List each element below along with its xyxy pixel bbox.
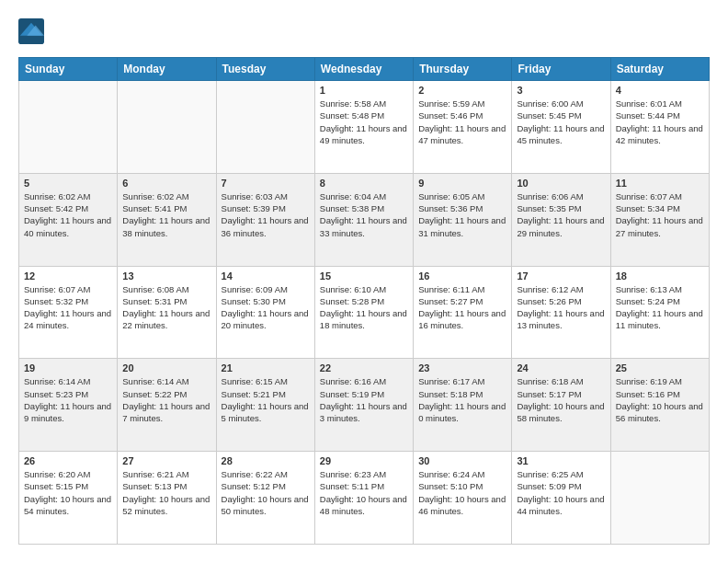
calendar-cell: 11Sunrise: 6:07 AMSunset: 5:34 PMDayligh… xyxy=(610,173,709,266)
daylight-text: Daylight: 11 hours and 45 minutes. xyxy=(517,122,605,147)
calendar-cell: 20Sunrise: 6:14 AMSunset: 5:22 PMDayligh… xyxy=(118,359,216,452)
sunset-text: Sunset: 5:16 PM xyxy=(616,388,704,400)
sunset-text: Sunset: 5:12 PM xyxy=(222,480,310,492)
day-info: Sunrise: 6:10 AMSunset: 5:28 PMDaylight:… xyxy=(320,283,408,332)
sunset-text: Sunset: 5:22 PM xyxy=(122,388,210,400)
logo-icon xyxy=(18,18,44,44)
day-number: 3 xyxy=(517,85,605,96)
daylight-text: Daylight: 10 hours and 48 minutes. xyxy=(320,493,408,518)
day-number: 2 xyxy=(418,85,506,96)
day-info: Sunrise: 6:11 AMSunset: 5:27 PMDaylight:… xyxy=(418,283,506,332)
day-info: Sunrise: 6:20 AMSunset: 5:15 PMDaylight:… xyxy=(24,468,112,517)
sunrise-text: Sunrise: 6:23 AM xyxy=(320,468,408,480)
weekday-header-wednesday: Wednesday xyxy=(314,58,413,81)
sunset-text: Sunset: 5:15 PM xyxy=(24,480,112,492)
sunrise-text: Sunrise: 6:15 AM xyxy=(222,375,310,387)
calendar-cell: 27Sunrise: 6:21 AMSunset: 5:13 PMDayligh… xyxy=(118,452,216,545)
sunset-text: Sunset: 5:32 PM xyxy=(24,295,112,307)
sunrise-text: Sunrise: 6:04 AM xyxy=(320,190,408,202)
calendar-cell: 31Sunrise: 6:25 AMSunset: 5:09 PMDayligh… xyxy=(512,452,610,545)
sunrise-text: Sunrise: 6:19 AM xyxy=(616,375,704,387)
sunset-text: Sunset: 5:28 PM xyxy=(320,295,408,307)
week-row-4: 26Sunrise: 6:20 AMSunset: 5:15 PMDayligh… xyxy=(19,452,710,545)
daylight-text: Daylight: 11 hours and 22 minutes. xyxy=(122,307,210,332)
sunset-text: Sunset: 5:48 PM xyxy=(320,109,408,121)
sunset-text: Sunset: 5:44 PM xyxy=(616,109,704,121)
day-number: 23 xyxy=(418,362,506,373)
sunrise-text: Sunrise: 6:05 AM xyxy=(418,190,506,202)
weekday-header-saturday: Saturday xyxy=(610,58,709,81)
day-number: 28 xyxy=(222,455,310,466)
sunset-text: Sunset: 5:38 PM xyxy=(320,202,408,214)
sunset-text: Sunset: 5:46 PM xyxy=(418,109,506,121)
sunrise-text: Sunrise: 6:22 AM xyxy=(222,468,310,480)
day-info: Sunrise: 6:17 AMSunset: 5:18 PMDaylight:… xyxy=(418,375,506,424)
day-info: Sunrise: 6:04 AMSunset: 5:38 PMDaylight:… xyxy=(320,190,408,239)
daylight-text: Daylight: 10 hours and 44 minutes. xyxy=(517,493,605,518)
day-info: Sunrise: 6:15 AMSunset: 5:21 PMDaylight:… xyxy=(222,375,310,424)
calendar-cell xyxy=(19,81,118,174)
calendar-cell: 29Sunrise: 6:23 AMSunset: 5:11 PMDayligh… xyxy=(314,452,413,545)
day-number: 11 xyxy=(616,178,704,189)
day-info: Sunrise: 6:24 AMSunset: 5:10 PMDaylight:… xyxy=(418,468,506,517)
daylight-text: Daylight: 11 hours and 5 minutes. xyxy=(222,400,310,425)
day-number: 15 xyxy=(320,270,408,282)
sunrise-text: Sunrise: 6:18 AM xyxy=(517,375,605,387)
day-info: Sunrise: 6:16 AMSunset: 5:19 PMDaylight:… xyxy=(320,375,408,424)
weekday-header-row: SundayMondayTuesdayWednesdayThursdayFrid… xyxy=(19,58,710,81)
week-row-1: 5Sunrise: 6:02 AMSunset: 5:42 PMDaylight… xyxy=(19,173,710,266)
calendar-cell: 26Sunrise: 6:20 AMSunset: 5:15 PMDayligh… xyxy=(19,452,118,545)
calendar-cell: 8Sunrise: 6:04 AMSunset: 5:38 PMDaylight… xyxy=(314,173,413,266)
day-info: Sunrise: 6:21 AMSunset: 5:13 PMDaylight:… xyxy=(122,468,210,517)
daylight-text: Daylight: 11 hours and 31 minutes. xyxy=(418,214,506,239)
day-number: 31 xyxy=(517,455,605,466)
calendar-cell: 7Sunrise: 6:03 AMSunset: 5:39 PMDaylight… xyxy=(216,173,314,266)
day-number: 9 xyxy=(418,178,506,189)
day-info: Sunrise: 6:02 AMSunset: 5:41 PMDaylight:… xyxy=(122,190,210,239)
sunrise-text: Sunrise: 6:11 AM xyxy=(418,283,506,295)
sunset-text: Sunset: 5:39 PM xyxy=(222,202,310,214)
day-info: Sunrise: 6:23 AMSunset: 5:11 PMDaylight:… xyxy=(320,468,408,517)
sunset-text: Sunset: 5:26 PM xyxy=(517,295,605,307)
day-number: 17 xyxy=(517,270,605,282)
daylight-text: Daylight: 11 hours and 27 minutes. xyxy=(616,214,704,239)
daylight-text: Daylight: 11 hours and 3 minutes. xyxy=(320,400,408,425)
day-info: Sunrise: 6:18 AMSunset: 5:17 PMDaylight:… xyxy=(517,375,605,424)
sunset-text: Sunset: 5:19 PM xyxy=(320,388,408,400)
day-number: 5 xyxy=(24,178,112,189)
sunrise-text: Sunrise: 6:07 AM xyxy=(616,190,704,202)
day-info: Sunrise: 6:02 AMSunset: 5:42 PMDaylight:… xyxy=(24,190,112,239)
sunrise-text: Sunrise: 6:14 AM xyxy=(24,375,112,387)
daylight-text: Daylight: 10 hours and 58 minutes. xyxy=(517,400,605,425)
day-number: 19 xyxy=(24,362,112,373)
sunrise-text: Sunrise: 6:02 AM xyxy=(24,190,112,202)
daylight-text: Daylight: 11 hours and 16 minutes. xyxy=(418,307,506,332)
calendar-cell: 9Sunrise: 6:05 AMSunset: 5:36 PMDaylight… xyxy=(414,173,512,266)
daylight-text: Daylight: 11 hours and 9 minutes. xyxy=(24,400,112,425)
sunrise-text: Sunrise: 6:25 AM xyxy=(517,468,605,480)
day-info: Sunrise: 6:13 AMSunset: 5:24 PMDaylight:… xyxy=(616,283,704,332)
sunrise-text: Sunrise: 6:14 AM xyxy=(122,375,210,387)
day-info: Sunrise: 6:01 AMSunset: 5:44 PMDaylight:… xyxy=(616,98,704,146)
day-number: 6 xyxy=(122,178,210,189)
day-number: 22 xyxy=(320,362,408,373)
calendar-cell: 14Sunrise: 6:09 AMSunset: 5:30 PMDayligh… xyxy=(216,266,314,359)
day-number: 8 xyxy=(320,178,408,189)
calendar-cell: 22Sunrise: 6:16 AMSunset: 5:19 PMDayligh… xyxy=(314,359,413,452)
daylight-text: Daylight: 10 hours and 46 minutes. xyxy=(418,493,506,518)
day-info: Sunrise: 6:03 AMSunset: 5:39 PMDaylight:… xyxy=(222,190,310,239)
day-info: Sunrise: 6:19 AMSunset: 5:16 PMDaylight:… xyxy=(616,375,704,424)
day-info: Sunrise: 5:58 AMSunset: 5:48 PMDaylight:… xyxy=(320,98,408,146)
sunrise-text: Sunrise: 6:06 AM xyxy=(517,190,605,202)
calendar-cell: 28Sunrise: 6:22 AMSunset: 5:12 PMDayligh… xyxy=(216,452,314,545)
weekday-header-sunday: Sunday xyxy=(19,58,118,81)
sunset-text: Sunset: 5:42 PM xyxy=(24,202,112,214)
sunrise-text: Sunrise: 6:09 AM xyxy=(222,283,310,295)
calendar-cell: 5Sunrise: 6:02 AMSunset: 5:42 PMDaylight… xyxy=(19,173,118,266)
sunset-text: Sunset: 5:10 PM xyxy=(418,480,506,492)
calendar-cell: 18Sunrise: 6:13 AMSunset: 5:24 PMDayligh… xyxy=(610,266,709,359)
sunset-text: Sunset: 5:18 PM xyxy=(418,388,506,400)
sunrise-text: Sunrise: 5:58 AM xyxy=(320,98,408,109)
weekday-header-friday: Friday xyxy=(512,58,610,81)
daylight-text: Daylight: 11 hours and 33 minutes. xyxy=(320,214,408,239)
